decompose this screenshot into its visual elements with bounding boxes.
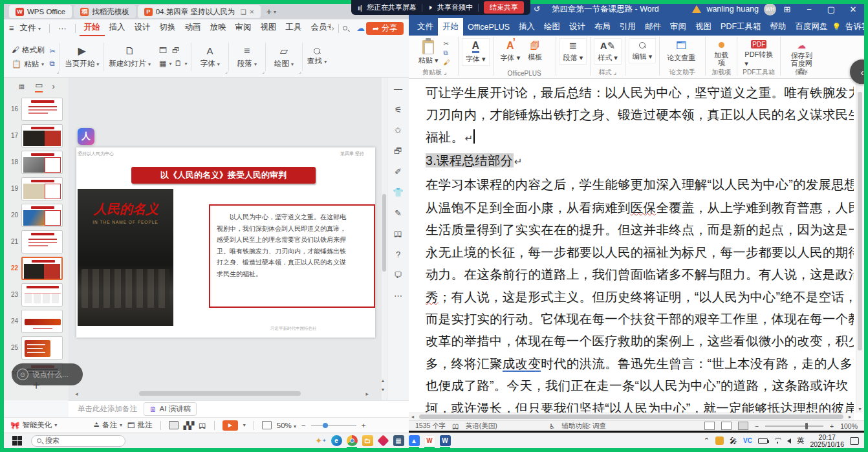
paragraph-button[interactable]: ≡ 段落 ▾ (233, 45, 261, 69)
document-line[interactable]: 多，终将汇聚成改变时代的洪流。鲁迅先生曾言：“世上本没有路，走的人多了， (426, 352, 852, 374)
reference-book-icon[interactable]: 🕮 (394, 229, 402, 239)
document-line[interactable]: 永无止境的长征，每一步都要以人民的福祉为标尺，每一步都要以人民的期待为 (426, 241, 852, 263)
print-layout-button[interactable] (721, 422, 732, 430)
animation-wand-icon[interactable]: ✐ (395, 167, 402, 177)
paste-button[interactable]: 📋粘贴 ▾ (12, 58, 45, 70)
tell-me[interactable]: 告诉我 (841, 18, 864, 36)
zoom-level[interactable]: 50% ▾ (277, 422, 296, 429)
new-tab-button[interactable]: + (266, 6, 272, 17)
cloud-upload-icon[interactable]: ☁ (356, 23, 365, 33)
document-line[interactable]: 而是实打实的行动。它体现在每一个扶贫干部的艰辛工作里，体现在每一个教育 (426, 308, 852, 330)
document-line[interactable]: 也便成了路”。今天，我们正在走一条“以人民为中心”的道路，这条路或许坎 (426, 374, 852, 396)
scroll-right-icon[interactable]: ▸ (365, 391, 369, 397)
smart-beautify-button[interactable]: 🎀智能美化▾ (10, 420, 57, 430)
word-tab-设计[interactable]: 设计 (565, 18, 590, 36)
copy-icon[interactable]: ⧉ (50, 59, 56, 68)
notification-center-icon[interactable] (850, 437, 859, 445)
wps-menu-动画[interactable]: 动画 (180, 20, 206, 36)
ai-speech-button[interactable]: 🗎AI 演讲稿 (144, 402, 197, 416)
document-line[interactable]: 坷，或许漫长，但只要我们坚持“以人民为中心”，就一定能够抵达理想的彼岸！↵ (426, 397, 852, 413)
menu-file[interactable]: 文件 ▾ (16, 21, 46, 36)
paste-button[interactable]: 粘贴 ▾ (415, 38, 442, 67)
editing-button[interactable]: 编辑 ▾ (629, 38, 656, 63)
thumbnail[interactable] (21, 124, 63, 147)
font-button[interactable]: A 字体 ▾ (462, 38, 490, 66)
wifi-icon[interactable] (774, 438, 781, 444)
ime-indicator[interactable]: 英 (797, 436, 805, 446)
document-line[interactable]: 秀；有人说，这是形式主义。但历史终将证明，“以人民为中心”绝不是空话， (426, 286, 852, 308)
panel-collapse-icon[interactable]: › (52, 81, 54, 91)
thumbnail[interactable] (21, 151, 63, 174)
zoom-percent[interactable]: 100% (840, 422, 858, 430)
proofing-icon[interactable]: 🕮 (452, 422, 459, 430)
search-icon[interactable] (343, 26, 347, 30)
play-from-page-button[interactable]: ▶ 当页开始 ▾ (60, 45, 103, 69)
language-status[interactable]: 英语(美国) (466, 422, 497, 431)
word-tab-OfficePLUS[interactable]: OfficePLUS (463, 19, 514, 35)
zoom-slider[interactable] (765, 425, 823, 427)
effects-star-icon[interactable]: ✩ (395, 125, 402, 135)
minimize-button[interactable]: − (798, 0, 820, 18)
zoom-slider[interactable] (311, 425, 356, 426)
taskbar-explorer[interactable]: 🗀 (360, 435, 375, 447)
clock[interactable]: 20:172025/10/16 (810, 434, 844, 448)
dialog-launcher-icon[interactable]: ⌟ (299, 69, 301, 74)
word-tab-布局[interactable]: 布局 (590, 18, 615, 36)
copilot-sparkle-icon[interactable]: ✦✦ (313, 435, 329, 447)
thumbnail[interactable] (21, 336, 63, 360)
more-tools-icon[interactable]: ⋯ (394, 291, 402, 301)
document-line[interactable]: 刀刃向内，才能锤炼出铁打之身、锻造过硬本领，真正以人民的名义谋求民生的 (426, 103, 852, 125)
hamburger-icon[interactable]: ≡ (9, 23, 14, 33)
wps-menu-工具[interactable]: 工具 (281, 20, 307, 36)
accessibility-icon[interactable]: ♿ (549, 422, 555, 430)
document-line[interactable]: 福祉。↵ (426, 126, 852, 149)
meeting-chat-bubble[interactable]: ☺ 说点什么... (12, 363, 83, 385)
layout-icon[interactable]: 🗔 (159, 46, 167, 55)
taskbar-search[interactable]: 搜索 (31, 435, 125, 447)
tab-list-icon[interactable]: ▾ (274, 9, 276, 15)
word-tab-审阅[interactable]: 审阅 (666, 18, 691, 36)
font-button[interactable]: A 字体 ▾ (195, 45, 224, 69)
word-tab-视图[interactable]: 视图 (691, 18, 716, 36)
taskbar-word[interactable]: W (437, 435, 453, 447)
menu-more[interactable]: ··· (54, 22, 71, 35)
reading-view-button[interactable]: 🕮 (199, 422, 206, 429)
help-icon[interactable]: ? (396, 250, 400, 259)
scroll-down-icon[interactable]: ▼ (858, 407, 862, 411)
document-line[interactable]: 可让学生展开讨论，最后总结：以人民为中心，坚守道义之重。唯有铁腕发力、 (426, 81, 852, 103)
word-tab-插入[interactable]: 插入 (514, 18, 539, 36)
word-tab-开始[interactable]: 开始 (438, 18, 463, 36)
tray-wps-icon[interactable] (715, 436, 724, 445)
taskbar-chrome[interactable] (344, 435, 360, 447)
thumbnail[interactable] (21, 257, 63, 280)
word-tab-文件[interactable]: 文件 (413, 18, 438, 36)
scroll-left-icon[interactable]: ◂ (75, 391, 78, 397)
battery-icon[interactable] (758, 438, 768, 444)
wps-tab-docer[interactable]: 稻 找稻壳模板 (74, 5, 136, 18)
slide-thumbnail-18[interactable]: 18 (4, 149, 69, 175)
user-name[interactable]: wanling huang (706, 5, 759, 14)
wps-home-tab[interactable]: W WPS Office (9, 5, 72, 18)
op-font-button[interactable]: A̕ 字体 ▾ (497, 38, 525, 65)
slide-thumbnail-23[interactable]: 23 (4, 281, 69, 308)
zoom-out-button[interactable]: − (755, 422, 759, 430)
document-line[interactable]: 生活质量得到了实实在在的提升。但这并非终点，而是新的起点，因为这是一场 (426, 219, 852, 241)
wps-menu-设计[interactable]: 设计 (130, 20, 155, 36)
slide-editor[interactable]: 坚持以人民为中心 第四章 坚持 以《人民的名义》接受人民的审判 人民的名义 IN… (69, 78, 382, 400)
zoom-out-button[interactable]: − (301, 422, 306, 429)
style-button[interactable]: A✎ 样式 ▾ (594, 38, 622, 65)
thumbnail[interactable] (21, 98, 63, 121)
document-line[interactable]: 3.课程总结部分↵ (426, 149, 852, 173)
stop-sharing-button[interactable]: 结束共享 (484, 1, 524, 14)
comment-bubble-icon[interactable]: 🗩 (394, 270, 402, 280)
avatar[interactable]: WH (764, 3, 776, 16)
slide-thumbnail-24[interactable]: 24 (4, 308, 69, 334)
beautify-pen-icon[interactable]: ✎ (395, 208, 402, 218)
movie-poster[interactable]: 人民的名义 IN THE NAME OF PEOPLE (78, 189, 173, 326)
voov-meeting-icon[interactable]: VC (743, 437, 752, 444)
start-button[interactable] (9, 435, 25, 447)
paragraph-button[interactable]: ≣ 段落 ▾ (559, 38, 587, 65)
word-document[interactable]: 可让学生展开讨论，最后总结：以人民为中心，坚守道义之重。唯有铁腕发力、刀刃向内，… (409, 79, 854, 413)
copy-icon[interactable]: ⧉ (444, 49, 450, 57)
notes-bar[interactable]: 单击此处添加备注 🗎AI 演讲稿 (69, 400, 409, 417)
